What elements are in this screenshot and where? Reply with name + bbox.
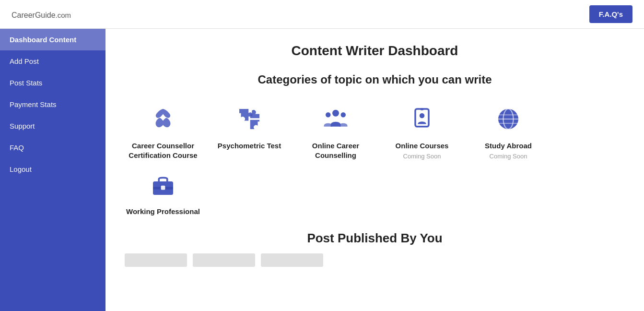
svg-point-1 — [326, 112, 331, 118]
main-content: Content Writer Dashboard Categories of t… — [105, 29, 644, 311]
logo-main: CareerGuide — [12, 11, 56, 19]
category-working-professional[interactable]: Working Professional — [125, 169, 201, 216]
table-col-1 — [125, 253, 187, 267]
logo-suffix: .com — [56, 11, 71, 19]
online-courses-coming-soon: Coming Soon — [403, 153, 441, 160]
working-professional-label: Working Professional — [126, 207, 200, 216]
study-abroad-label: Study Abroad — [485, 141, 532, 151]
table-header-placeholder — [125, 253, 625, 267]
svg-point-4 — [420, 113, 425, 119]
sidebar-item-dashboard-content[interactable]: Dashboard Content — [0, 29, 105, 50]
career-counsellor-label: Career CounsellorCertification Course — [129, 141, 197, 160]
online-courses-label: Online Courses — [396, 141, 449, 151]
post-published-title: Post Published By You — [125, 231, 625, 246]
table-col-3 — [261, 253, 323, 267]
sidebar-item-add-post[interactable]: Add Post — [0, 50, 105, 72]
sidebar-item-faq[interactable]: FAQ — [0, 137, 105, 158]
sidebar-item-logout[interactable]: Logout — [0, 158, 105, 180]
people-icon — [320, 104, 351, 134]
header: CareerGuide.com F.A.Q's — [0, 0, 644, 29]
category-online-career-counselling[interactable]: Online CareerCounselling — [297, 104, 374, 160]
briefcase-icon — [148, 169, 178, 200]
sidebar-item-post-stats[interactable]: Post Stats — [0, 72, 105, 94]
globe-icon — [493, 104, 524, 134]
category-study-abroad[interactable]: Study Abroad Coming Soon — [470, 104, 547, 160]
table-col-2 — [193, 253, 255, 267]
svg-point-2 — [341, 112, 346, 118]
layout: Dashboard Content Add Post Post Stats Pa… — [0, 29, 644, 311]
category-career-counsellor[interactable]: Career CounsellorCertification Course — [125, 104, 201, 160]
online-career-counselling-label: Online CareerCounselling — [312, 141, 359, 160]
categories-row-1: Career CounsellorCertification Course Ps… — [125, 104, 625, 160]
category-online-courses[interactable]: Online Courses Coming Soon — [384, 104, 460, 160]
page-title: Content Writer Dashboard — [125, 43, 625, 59]
study-abroad-coming-soon: Coming Soon — [490, 153, 527, 160]
psychometric-test-label: Psychometric Test — [218, 141, 281, 151]
briefcase-star-icon — [148, 104, 178, 134]
svg-point-0 — [332, 110, 339, 117]
sidebar-item-support[interactable]: Support — [0, 115, 105, 137]
faq-button[interactable]: F.A.Q's — [589, 5, 632, 23]
svg-rect-5 — [421, 108, 424, 110]
categories-row-2: Working Professional — [125, 169, 625, 216]
sidebar-item-payment-stats[interactable]: Payment Stats — [0, 94, 105, 115]
categories-title: Categories of topic on which you can wri… — [125, 73, 625, 86]
logo: CareerGuide.com — [12, 8, 71, 21]
category-psychometric-test[interactable]: Psychometric Test — [211, 104, 288, 160]
tablet-person-icon — [407, 104, 437, 134]
svg-rect-13 — [161, 186, 165, 190]
sidebar: Dashboard Content Add Post Post Stats Pa… — [0, 29, 105, 311]
puzzle-icon — [234, 104, 265, 134]
